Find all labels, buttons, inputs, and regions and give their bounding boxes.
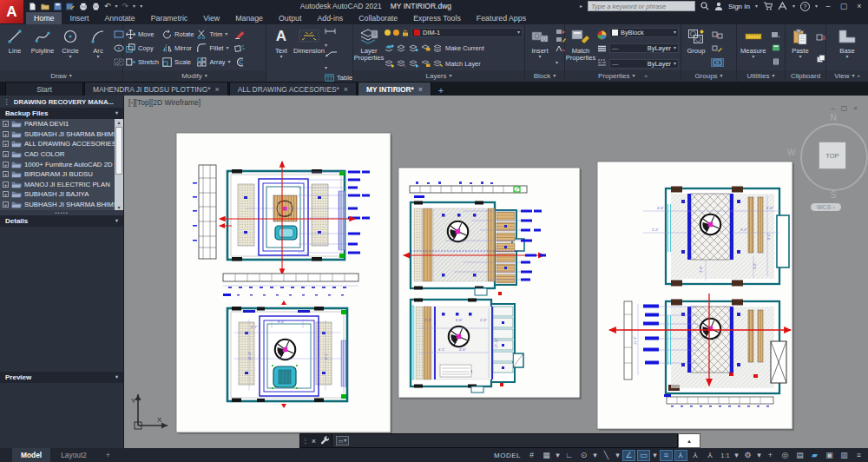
customize-wrench-icon[interactable] — [320, 436, 330, 446]
lineweight-list-icon[interactable] — [597, 45, 607, 53]
backup-files-tree[interactable]: +PARMA DEVI1 +SUBHASH JI SHARMA BHIMSA +… — [0, 119, 123, 210]
offset-tool-icon[interactable] — [234, 57, 246, 67]
restore-button[interactable]: ▢ — [838, 2, 849, 10]
paste-button[interactable]: Paste ▾ — [787, 26, 813, 70]
autoscale-toggle[interactable]: Y — [689, 450, 702, 461]
viewcube-north[interactable]: N — [792, 113, 868, 122]
linetype-select[interactable]: —ByLayer▾ — [609, 59, 679, 69]
groups-panel-label[interactable]: Groups▾ — [681, 70, 736, 82]
tab-featured-apps[interactable]: Featured Apps — [469, 12, 534, 24]
close-tab-icon[interactable]: × — [418, 85, 423, 94]
tab-addins[interactable]: Add-ins — [309, 12, 351, 24]
tree-scrollbar-thumb[interactable] — [115, 127, 122, 175]
qat-customize-icon[interactable]: ▾ — [140, 4, 142, 9]
viewcube-south[interactable]: S — [792, 190, 868, 200]
tree-item[interactable]: +SUBHASH JI SHARMA BHIMSA — [0, 129, 123, 140]
grid-display-toggle[interactable]: # — [525, 450, 538, 461]
make-current-label[interactable]: Make Current — [445, 44, 484, 52]
command-grip[interactable]: ⋮ × — [299, 433, 332, 448]
modify-panel-label[interactable]: Modify▾ — [123, 70, 266, 82]
tab-insert[interactable]: Insert — [62, 12, 96, 24]
backup-files-header[interactable]: Backup Files▾ — [0, 108, 123, 119]
customization-menu-icon[interactable]: ≡ — [852, 450, 865, 461]
search-collapse-icon[interactable]: ▸ — [580, 4, 582, 9]
cut-icon[interactable] — [816, 34, 826, 42]
wcs-menu[interactable]: WCS ▾ — [811, 203, 841, 211]
measure-button[interactable]: Measure ▾ — [739, 26, 768, 70]
tab-annotate[interactable]: Annotate — [96, 12, 142, 24]
circle-dropdown-icon[interactable]: ▾ — [69, 55, 71, 59]
arc-button[interactable]: Arc ▾ — [85, 26, 111, 70]
tree-item[interactable]: +CAD COLOR — [0, 149, 123, 160]
copy-clip-icon[interactable] — [816, 55, 826, 63]
explode-tool-icon[interactable] — [234, 43, 246, 53]
snap-mode-toggle[interactable]: ▦ — [540, 450, 553, 461]
tree-item[interactable]: +BIRDARAM JI BUDSU — [0, 169, 123, 180]
copy-button[interactable]: Copy — [126, 42, 159, 55]
cart-icon[interactable] — [763, 2, 773, 10]
open-file-icon[interactable] — [41, 3, 49, 10]
fullscreen-icon[interactable]: ▥ — [838, 450, 851, 461]
polar-tracking-toggle[interactable]: ⊙ — [577, 450, 590, 461]
crosshair-icon[interactable]: + — [764, 450, 777, 461]
object-snap-toggle[interactable]: ▭ — [637, 450, 650, 461]
search-input[interactable] — [588, 1, 695, 11]
layer-lock-icon[interactable] — [421, 44, 431, 52]
minimize-button[interactable]: – — [823, 2, 833, 10]
mirror-button[interactable]: Mirror — [162, 42, 194, 55]
line-button[interactable]: Line — [2, 26, 28, 70]
scale-button[interactable]: Scale — [162, 56, 194, 69]
polyline-button[interactable]: Polyline — [30, 26, 56, 70]
stretch-button[interactable]: Stretch — [126, 56, 159, 69]
vp-restore-icon[interactable]: ▢ — [841, 104, 848, 112]
tree-item[interactable]: +1000+ Furniture AutoCAD 2D E — [0, 159, 123, 169]
file-tab-accesories[interactable]: ALL DRAWING ACCESORIES*× — [229, 82, 357, 96]
new-layout-icon[interactable]: + — [97, 448, 119, 462]
match-layer-icon[interactable] — [433, 60, 443, 68]
move-button[interactable]: Move — [126, 28, 159, 41]
close-tab-icon[interactable]: × — [214, 85, 219, 94]
expand-icon[interactable]: + — [3, 121, 9, 127]
layer-unlock-icon[interactable] — [402, 30, 409, 36]
layer-on-icon[interactable] — [385, 30, 391, 36]
autodesk-icon[interactable] — [778, 2, 787, 10]
details-header[interactable]: Details▾ — [0, 215, 123, 227]
annotation-scale-value[interactable]: 1:1 — [719, 450, 732, 461]
sign-in-dropdown-icon[interactable]: ▾ — [755, 4, 758, 9]
undo-icon[interactable]: ↶ — [104, 2, 111, 10]
viewport-controls[interactable]: [-][Top][2D Wireframe] — [128, 98, 201, 107]
layer-prev-icon[interactable] — [385, 60, 394, 68]
quick-calc-icon[interactable] — [771, 44, 781, 51]
insert-button[interactable]: Insert ▾ — [527, 26, 553, 70]
tab-output[interactable]: Output — [271, 12, 309, 24]
block-panel-label[interactable]: Block▾ — [525, 70, 564, 82]
group-edit-icon[interactable] — [712, 45, 723, 53]
file-tab-mahendra[interactable]: MAHENDRA JI BUDSU PLOTTING*× — [84, 82, 228, 96]
utilities-panel-label[interactable]: Utilities▾ — [737, 70, 785, 82]
viewcube-west[interactable]: W — [787, 148, 795, 157]
layer-unlock2-icon[interactable] — [421, 60, 431, 68]
tree-item[interactable]: +ALL DRAWING ACCESORIES — [0, 139, 123, 149]
tab-express-tools[interactable]: Express Tools — [405, 12, 469, 24]
trim-button[interactable]: Trim▾ — [197, 28, 230, 41]
quick-select-icon[interactable] — [771, 31, 781, 38]
leader-icon[interactable]: ▾ — [325, 50, 339, 73]
color-wheel-icon[interactable] — [597, 30, 607, 40]
model-space-indicator[interactable]: MODEL — [494, 452, 521, 459]
layer-properties-button[interactable]: Layer Properties — [355, 26, 383, 70]
command-close-icon[interactable]: × — [312, 437, 316, 446]
drawing-canvas[interactable]: [-][Top][2D Wireframe] – ▢ × N W E S TOP… — [124, 96, 868, 448]
help-icon[interactable]: ? — [800, 2, 810, 11]
clean-screen-icon[interactable]: ▣ — [823, 450, 836, 461]
ortho-toggle[interactable]: ∟ — [562, 450, 575, 461]
tree-item[interactable]: +SUBHASH JI SHARMA BHIMSA — [0, 200, 123, 210]
search-icon[interactable] — [700, 2, 709, 10]
array-button[interactable]: Array▾ — [197, 56, 230, 69]
layer-select[interactable]: DIM-1 ▾ — [411, 28, 523, 37]
save-as-icon[interactable] — [66, 3, 75, 10]
make-current-icon[interactable] — [385, 44, 394, 52]
view-cube[interactable]: N W E S TOP WCS ▾ — [792, 115, 868, 198]
preview-header[interactable]: Preview▾ — [0, 372, 123, 383]
arc-dropdown-icon[interactable]: ▾ — [96, 55, 99, 59]
ungroup-icon[interactable] — [712, 31, 723, 39]
